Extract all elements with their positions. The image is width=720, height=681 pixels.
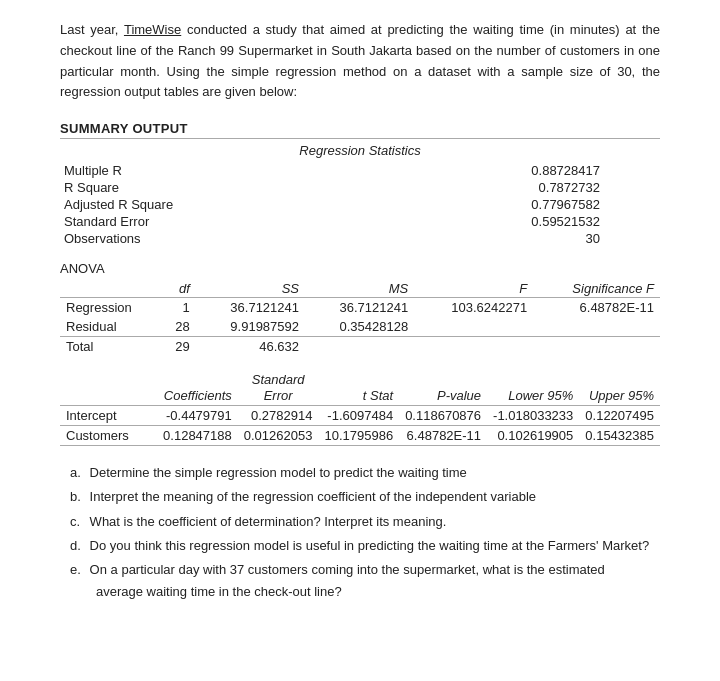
table-row: Total 29 46.632 [60, 337, 660, 357]
table-row: Residual 28 9.91987592 0.35428128 [60, 317, 660, 337]
coeff-cell: 0.102619905 [487, 426, 579, 446]
coefficients-table: Coefficients StandardError t Stat P-valu… [60, 370, 660, 446]
anova-cell: 29 [160, 337, 196, 357]
anova-cell: 28 [160, 317, 196, 337]
coeff-col-coefficients: Coefficients [157, 370, 238, 406]
coeff-col-label [60, 370, 157, 406]
stat-value: 30 [220, 230, 660, 247]
list-item: a. Determine the simple regression model… [70, 462, 660, 484]
anova-cell: 36.7121241 [305, 298, 414, 318]
summary-section: SUMMARY OUTPUT Regression Statistics Mul… [60, 121, 660, 247]
table-row: Multiple R 0.88728417 [60, 162, 660, 179]
anova-table: df SS MS F Significance F Regression 1 3… [60, 280, 660, 356]
anova-cell [414, 317, 533, 337]
question-label: e. [70, 559, 86, 581]
summary-title: SUMMARY OUTPUT [60, 121, 660, 136]
anova-row-label: Residual [60, 317, 160, 337]
anova-col-f: F [414, 280, 533, 298]
regression-stats-title: Regression Statistics [60, 143, 660, 158]
table-row: Standard Error 0.59521532 [60, 213, 660, 230]
question-label: b. [70, 486, 86, 508]
coeff-cell: 0.15432385 [579, 426, 660, 446]
stat-label: R Square [60, 179, 220, 196]
coeff-cell: -1.018033233 [487, 406, 579, 426]
list-item: e. On a particular day with 37 customers… [70, 559, 660, 603]
coeff-cell: 6.48782E-11 [399, 426, 487, 446]
questions-section: a. Determine the simple regression model… [60, 462, 660, 603]
anova-cell: 0.35428128 [305, 317, 414, 337]
anova-cell: 46.632 [196, 337, 305, 357]
anova-cell [305, 337, 414, 357]
anova-col-label [60, 280, 160, 298]
list-item: c. What is the coefficient of determinat… [70, 511, 660, 533]
list-item: b. Interpret the meaning of the regressi… [70, 486, 660, 508]
anova-cell [533, 337, 660, 357]
anova-cell [533, 317, 660, 337]
coeff-cell: 0.12207495 [579, 406, 660, 426]
anova-cell: 103.6242271 [414, 298, 533, 318]
coefficients-section: Coefficients StandardError t Stat P-valu… [60, 370, 660, 446]
coeff-cell: -1.6097484 [318, 406, 399, 426]
stat-label: Adjusted R Square [60, 196, 220, 213]
table-row: R Square 0.7872732 [60, 179, 660, 196]
intro-paragraph: Last year, TimeWise conducted a study th… [60, 20, 660, 103]
anova-section: ANOVA df SS MS F Significance F Regressi… [60, 261, 660, 356]
anova-col-ss: SS [196, 280, 305, 298]
coeff-col-se: StandardError [238, 370, 319, 406]
table-row: Customers 0.12847188 0.01262053 10.17959… [60, 426, 660, 446]
coeff-cell: -0.4479791 [157, 406, 238, 426]
table-row: Regression 1 36.7121241 36.7121241 103.6… [60, 298, 660, 318]
stat-value: 0.77967582 [220, 196, 660, 213]
coeff-col-pvalue: P-value [399, 370, 487, 406]
coeff-row-label: Customers [60, 426, 157, 446]
list-item: d. Do you think this regression model is… [70, 535, 660, 557]
anova-cell: 1 [160, 298, 196, 318]
anova-col-df: df [160, 280, 196, 298]
coeff-col-upper: Upper 95% [579, 370, 660, 406]
question-label: c. [70, 511, 86, 533]
stat-label: Standard Error [60, 213, 220, 230]
stat-value: 0.7872732 [220, 179, 660, 196]
coeff-cell: 0.118670876 [399, 406, 487, 426]
table-row: Intercept -0.4479791 0.2782914 -1.609748… [60, 406, 660, 426]
anova-row-label: Total [60, 337, 160, 357]
table-row: Adjusted R Square 0.77967582 [60, 196, 660, 213]
table-row: Observations 30 [60, 230, 660, 247]
anova-cell: 36.7121241 [196, 298, 305, 318]
anova-cell: 6.48782E-11 [533, 298, 660, 318]
coeff-cell: 0.12847188 [157, 426, 238, 446]
coeff-cell: 10.1795986 [318, 426, 399, 446]
anova-cell [414, 337, 533, 357]
stat-label: Observations [60, 230, 220, 247]
question-label: d. [70, 535, 86, 557]
anova-cell: 9.91987592 [196, 317, 305, 337]
stat-value: 0.59521532 [220, 213, 660, 230]
anova-row-label: Regression [60, 298, 160, 318]
coeff-col-lower: Lower 95% [487, 370, 579, 406]
anova-col-ms: MS [305, 280, 414, 298]
stat-value: 0.88728417 [220, 162, 660, 179]
coeff-cell: 0.01262053 [238, 426, 319, 446]
coeff-cell: 0.2782914 [238, 406, 319, 426]
coeff-col-tstat: t Stat [318, 370, 399, 406]
stat-label: Multiple R [60, 162, 220, 179]
anova-col-sig: Significance F [533, 280, 660, 298]
anova-title: ANOVA [60, 261, 660, 276]
question-label: a. [70, 462, 86, 484]
regression-stats-table: Multiple R 0.88728417 R Square 0.7872732… [60, 162, 660, 247]
coeff-row-label: Intercept [60, 406, 157, 426]
